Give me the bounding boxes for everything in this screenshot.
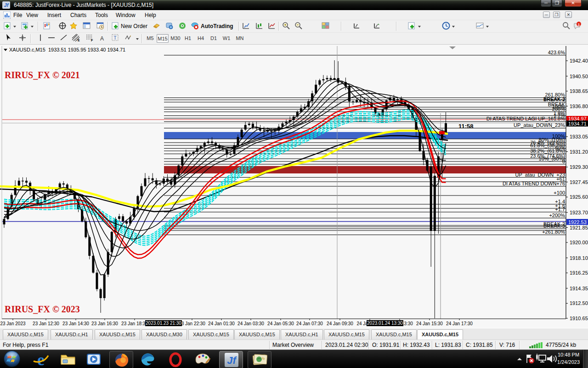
- svg-text:1925.60: 1925.60: [570, 194, 588, 200]
- svg-text:E: E: [78, 39, 80, 42]
- svg-text:23 Jan 2023: 23 Jan 2023: [0, 321, 25, 326]
- svg-text:RIRUS_FX © 2023: RIRUS_FX © 2023: [5, 304, 80, 314]
- svg-text:24 Jan 05:30: 24 Jan 05:30: [267, 321, 294, 326]
- svg-text:+1.7: +1.7: [555, 207, 565, 212]
- svg-text:24 Jan 01:30: 24 Jan 01:30: [208, 321, 235, 326]
- svg-text:1922.53: 1922.53: [568, 219, 587, 225]
- svg-text:+100: +100: [554, 190, 565, 196]
- svg-text:1931.20: 1931.20: [570, 149, 588, 155]
- svg-text:+200%: +200%: [549, 213, 565, 218]
- svg-text:1927.45: 1927.45: [570, 179, 588, 185]
- svg-text:10%_(80%): 10%_(80%): [539, 156, 565, 161]
- svg-text:23 Jan 14:30: 23 Jan 14:30: [62, 321, 89, 326]
- svg-text:1910.65: 1910.65: [570, 316, 588, 321]
- svg-text:Jf: Jf: [4, 2, 9, 8]
- svg-text:24 Jan 09:30: 24 Jan 09:30: [327, 321, 353, 326]
- svg-text:1934.71: 1934.71: [568, 121, 587, 126]
- svg-text:423.6%: 423.6%: [548, 50, 565, 55]
- svg-text:F: F: [91, 39, 93, 42]
- svg-text:1920.00: 1920.00: [570, 240, 588, 245]
- svg-text:BREAK-3: BREAK-3: [543, 223, 565, 229]
- svg-text:Jf: Jf: [227, 355, 237, 366]
- svg-text:23 Jan 16:30: 23 Jan 16:30: [91, 321, 118, 326]
- svg-text:+261.80%: +261.80%: [542, 229, 565, 235]
- svg-text:1942.40: 1942.40: [570, 58, 588, 63]
- svg-text:0: 0: [562, 159, 565, 164]
- svg-text:23 Jan 12:30: 23 Jan 12:30: [33, 321, 59, 326]
- svg-text:T: T: [113, 35, 116, 40]
- svg-text:RIRUS_FX © 2021: RIRUS_FX © 2021: [5, 70, 80, 80]
- svg-text:1938.65: 1938.65: [570, 88, 588, 94]
- svg-text:24 Jan 03:30: 24 Jan 03:30: [237, 321, 264, 326]
- svg-text:1923.70: 1923.70: [570, 210, 588, 215]
- svg-text:1933.05: 1933.05: [570, 134, 588, 139]
- svg-text:24 Jan 07:30: 24 Jan 07:30: [296, 321, 323, 326]
- svg-text:UP_atau_DOWN_23%: UP_atau_DOWN_23%: [514, 122, 565, 128]
- svg-text:1921.85: 1921.85: [570, 225, 588, 230]
- svg-text:1940.50: 1940.50: [570, 74, 588, 79]
- svg-text:24 Jan 17:30: 24 Jan 17:30: [446, 321, 473, 326]
- svg-text:11:58: 11:58: [458, 123, 474, 130]
- svg-text:2023.01.24 13:30: 2023.01.24 13:30: [367, 321, 403, 326]
- svg-text:23 Jan 22:30: 23 Jan 22:30: [179, 321, 205, 326]
- svg-text:DI ATAs TREND DOWN+76: DI ATAs TREND DOWN+76: [503, 181, 565, 186]
- svg-text:1916.25: 1916.25: [570, 270, 588, 276]
- svg-text:XAUUSD.c,M15 1933.51 1935.95: XAUUSD.c,M15 1933.51 1935.95 1933.40 193…: [9, 47, 125, 52]
- svg-text:1918.10: 1918.10: [570, 255, 588, 261]
- svg-text:1: 1: [578, 23, 580, 27]
- svg-text:1912.50: 1912.50: [570, 300, 588, 306]
- svg-text:23 Jan 18:30: 23 Jan 18:30: [121, 321, 148, 326]
- svg-text:DI ATAS TREND LAGI UP_161.8%: DI ATAS TREND LAGI UP_161.8%: [486, 116, 565, 121]
- svg-text:1929.30: 1929.30: [570, 164, 588, 170]
- svg-text:1914.35: 1914.35: [570, 286, 588, 291]
- svg-text:24 Jan 15:30: 24 Jan 15:30: [416, 321, 443, 326]
- svg-text:2023.01.23 21:30: 2023.01.23 21:30: [146, 321, 181, 326]
- svg-text:1936.80: 1936.80: [570, 104, 588, 109]
